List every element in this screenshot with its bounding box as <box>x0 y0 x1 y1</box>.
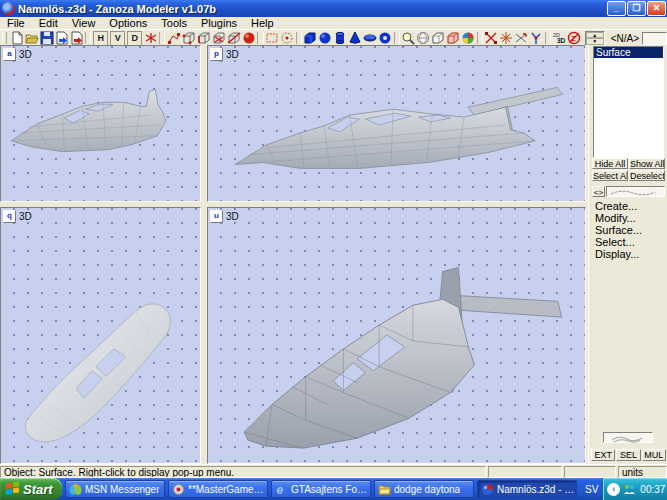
hide-object-icon[interactable] <box>446 31 461 45</box>
tray-msn-icon[interactable] <box>623 483 636 496</box>
ext-mode-button[interactable]: EXT <box>591 449 615 461</box>
menubar: File Edit View Options Tools Plugins Hel… <box>0 17 667 29</box>
view-sphere-icon[interactable] <box>416 31 431 45</box>
prim-torus-icon[interactable] <box>378 31 393 45</box>
viewport-mode-button[interactable]: p <box>210 48 223 61</box>
select-circle-icon[interactable] <box>280 31 295 45</box>
cube-object-icon[interactable] <box>226 31 241 45</box>
taskbar-task-zmodeler[interactable]: Namnlös.z3d - Zanoz... <box>477 480 577 498</box>
close-button[interactable]: ✕ <box>647 1 666 16</box>
deselect-button[interactable]: Deselect <box>629 170 665 181</box>
value-spinner[interactable]: ▲▼ <box>585 31 605 46</box>
viewport-label: 3D <box>226 49 239 60</box>
show-all-button[interactable]: Show All <box>629 158 665 169</box>
export-file-icon[interactable] <box>69 31 84 45</box>
v-view-button[interactable]: V <box>110 31 125 46</box>
status-panel-2 <box>488 466 562 478</box>
toolbar-na-field[interactable] <box>642 32 667 45</box>
sidebar-menu-surface[interactable]: Surface... <box>595 224 642 236</box>
cube-edges-icon[interactable] <box>196 31 211 45</box>
expander-widget[interactable] <box>603 432 653 443</box>
viewport-mode-button[interactable]: a <box>3 48 16 61</box>
modify-rotate-icon[interactable] <box>499 31 514 45</box>
toolbar-separator <box>296 32 302 44</box>
select-rect-icon[interactable] <box>265 31 280 45</box>
modify-mirror-icon[interactable] <box>514 31 529 45</box>
menu-file[interactable]: File <box>0 17 32 29</box>
viewport-label: 3D <box>226 211 239 222</box>
object-list-item-surface[interactable]: Surface <box>594 47 663 58</box>
import-file-icon[interactable] <box>54 31 69 45</box>
viewport-top-left[interactable]: a3D <box>0 45 201 202</box>
start-button[interactable]: Start <box>0 478 62 500</box>
zoom-icon[interactable] <box>401 31 416 45</box>
view-cube-icon[interactable] <box>431 31 446 45</box>
modify-bone-icon[interactable] <box>529 31 544 45</box>
taskbar-task-dodge-daytona[interactable]: dodge daytona <box>374 480 474 498</box>
taskbar-task-mastergames[interactable]: **MasterGames** - ... <box>168 480 268 498</box>
car-model-bottom-left <box>1 208 200 463</box>
modify-scale-icon[interactable] <box>484 31 499 45</box>
prim-cylinder-icon[interactable] <box>333 31 348 45</box>
dims-toggle-icon[interactable]: 2D3D <box>552 31 567 45</box>
sidebar-menu-display[interactable]: Display... <box>595 248 639 260</box>
d-view-button[interactable]: D <box>127 31 142 46</box>
mul-mode-button[interactable]: MUL <box>642 449 666 461</box>
menu-help[interactable]: Help <box>244 17 281 29</box>
sidebar-menu-select[interactable]: Select... <box>595 236 635 248</box>
menu-view[interactable]: View <box>65 17 103 29</box>
status-message: Object: Surface. Right-click to display … <box>0 466 486 478</box>
car-model-top-right <box>208 46 585 201</box>
open-file-icon[interactable] <box>24 31 39 45</box>
restore-button[interactable]: ❐ <box>627 1 646 16</box>
object-list[interactable]: Surface <box>593 46 664 158</box>
save-file-icon[interactable] <box>39 31 54 45</box>
cube-faces-icon[interactable] <box>211 31 226 45</box>
material-sphere-icon[interactable] <box>461 31 476 45</box>
menu-plugins[interactable]: Plugins <box>194 17 244 29</box>
axes-icon[interactable] <box>143 31 158 45</box>
start-label: Start <box>23 482 53 497</box>
car-model-top-left <box>1 46 200 201</box>
viewport-mode-button[interactable]: q <box>3 210 16 223</box>
sidebar-menu-create[interactable]: Create... <box>595 200 637 212</box>
viewport-label: 3D <box>19 211 32 222</box>
viewport-top-right[interactable]: p3D <box>207 45 586 202</box>
toolbar-separator <box>257 32 263 44</box>
viewport-bottom-left[interactable]: q3D <box>0 207 201 464</box>
curve-widget[interactable] <box>606 186 665 197</box>
toolbar-separator <box>85 32 91 44</box>
taskbar-task-gtasajtens[interactable]: e GTAsajtens Forum ->... <box>271 480 371 498</box>
new-file-icon[interactable] <box>9 31 24 45</box>
hide-all-button[interactable]: Hide All <box>592 158 628 169</box>
tray-chevron-icon[interactable]: ‹ <box>607 483 620 496</box>
windows-flag-icon <box>5 482 20 497</box>
taskbar: Start MSN Messenger **MasterGames** - ..… <box>0 478 667 500</box>
sphere-red-icon[interactable] <box>241 31 256 45</box>
viewport-bottom-right[interactable]: u3D <box>207 207 586 464</box>
h-view-button[interactable]: H <box>93 31 108 46</box>
viewport-mode-button[interactable]: u <box>210 210 223 223</box>
prim-cube-icon[interactable] <box>303 31 318 45</box>
prim-sphere-icon[interactable] <box>318 31 333 45</box>
taskbar-task-msn[interactable]: MSN Messenger <box>65 480 165 498</box>
zmodeler-icon <box>481 483 494 496</box>
polyline-icon[interactable] <box>166 31 181 45</box>
menu-options[interactable]: Options <box>102 17 154 29</box>
menu-edit[interactable]: Edit <box>32 17 65 29</box>
sidebar: Surface Hide All Show All Select All Des… <box>588 45 667 478</box>
statusbar: Object: Surface. Right-click to display … <box>0 464 667 478</box>
sel-mode-button[interactable]: SEL <box>616 449 640 461</box>
minimize-button[interactable]: _ <box>607 1 626 16</box>
sidebar-menu-modify[interactable]: Modify... <box>595 212 636 224</box>
language-indicator[interactable]: SV <box>585 484 598 495</box>
toolbar-grip[interactable] <box>2 32 7 44</box>
toolbar-na-selector[interactable]: <N/A> <box>611 33 639 44</box>
prim-disc-icon[interactable] <box>363 31 378 45</box>
cube-vertices-icon[interactable] <box>181 31 196 45</box>
select-all-button[interactable]: Select All <box>592 170 628 181</box>
prim-cone-icon[interactable] <box>348 31 363 45</box>
swap-button[interactable]: <> <box>592 186 605 197</box>
menu-tools[interactable]: Tools <box>154 17 194 29</box>
zanoza-logo-icon[interactable]: Z <box>567 31 582 45</box>
